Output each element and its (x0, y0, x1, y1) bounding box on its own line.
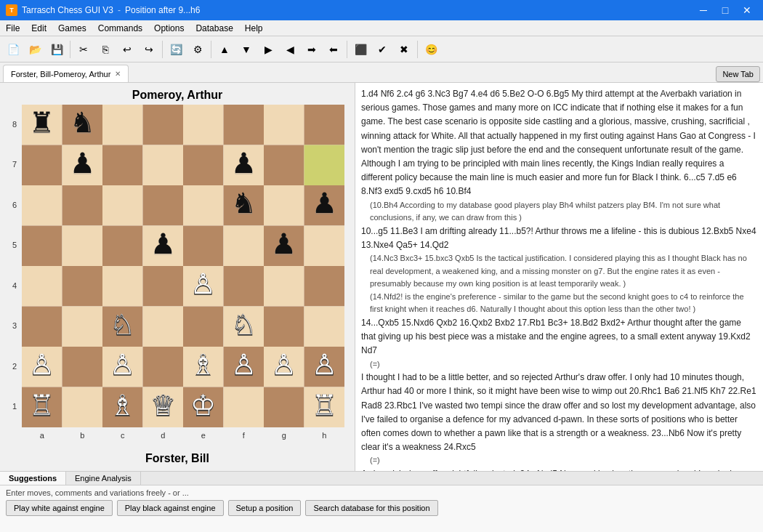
bottom-content: Enter moves, comments and variations fre… (0, 485, 763, 519)
move-text-panel[interactable]: 1.d4 Nf6 2.c4 g6 3.Nc3 Bg7 4.e4 d6 5.Be2… (355, 83, 763, 471)
toolbar-separator-1 (70, 41, 70, 58)
nav-up-button[interactable]: ▲ (214, 39, 235, 60)
nav-down-button[interactable]: ▼ (236, 39, 257, 60)
reject-button[interactable]: ✖ (394, 39, 414, 60)
tab-bar: Forster, Bill-Pomeroy, Arthur ✕ New Tab (0, 63, 763, 83)
tab-label: Forster, Bill-Pomeroy, Arthur (11, 70, 110, 78)
minimize-button[interactable]: ─ (693, 3, 714, 17)
tab-close-button[interactable]: ✕ (115, 70, 121, 78)
player-top-name: Pomeroy, Arthur (7, 89, 347, 102)
game-tab[interactable]: Forster, Bill-Pomeroy, Arthur ✕ (3, 65, 129, 82)
board-container (7, 105, 347, 449)
refresh-button[interactable]: 🔄 (166, 39, 186, 60)
title-bar: T Tarrasch Chess GUI V3 - Position after… (0, 0, 763, 20)
redo-button[interactable]: ↪ (139, 39, 159, 60)
app-icon: T (6, 4, 17, 16)
chess-board[interactable] (7, 105, 347, 449)
toolbar-separator-3 (211, 41, 211, 58)
nav-start-button[interactable]: ⬅ (323, 39, 344, 60)
menu-item-file[interactable]: File (0, 20, 25, 36)
player-bottom-name: Forster, Bill (7, 452, 347, 465)
bottom-prompt: Enter moves, comments and variations fre… (6, 488, 757, 497)
menu-bar: FileEditGamesCommandsOptionsDatabaseHelp (0, 20, 763, 36)
undo-button[interactable]: ↩ (117, 39, 137, 60)
setup-position-button[interactable]: Setup a position (228, 500, 302, 516)
stop-button[interactable]: ⬛ (350, 39, 371, 60)
main-area: Pomeroy, Arthur Forster, Bill 1.d4 Nf6 2… (0, 83, 763, 471)
play-black-button[interactable]: Play black against engine (117, 500, 224, 516)
position-text: Position after 9...h6 (125, 5, 200, 15)
accept-button[interactable]: ✔ (372, 39, 392, 60)
menu-item-commands[interactable]: Commands (92, 20, 148, 36)
settings-button[interactable]: ⚙ (187, 39, 208, 60)
suggestions-tab[interactable]: Suggestions (0, 472, 66, 485)
engine-analysis-tab[interactable]: Engine Analysis (66, 472, 141, 485)
menu-item-edit[interactable]: Edit (25, 20, 52, 36)
toolbar-separator-2 (162, 41, 163, 58)
cut-button[interactable]: ✂ (73, 39, 94, 60)
bottom-panel: Suggestions Engine Analysis Enter moves,… (0, 471, 763, 532)
bottom-tab-bar: Suggestions Engine Analysis (0, 472, 763, 485)
app-title: Tarrasch Chess GUI V3 (22, 5, 113, 15)
toolbar: 📄 📂 💾 ✂ ⎘ ↩ ↪ 🔄 ⚙ ▲ ▼ ▶ ◀ ➡ ⬅ ⬛ ✔ ✖ 😊 (0, 36, 763, 63)
nav-end-button[interactable]: ➡ (302, 39, 322, 60)
play-white-button[interactable]: Play white against engine (6, 500, 113, 516)
new-tab-button[interactable]: New Tab (716, 66, 760, 82)
toolbar-separator-5 (417, 41, 418, 58)
help-button[interactable]: 😊 (421, 39, 441, 60)
menu-item-database[interactable]: Database (190, 20, 238, 36)
toolbar-separator-4 (347, 41, 347, 58)
nav-back-button[interactable]: ◀ (280, 39, 300, 60)
open-button[interactable]: 📂 (25, 39, 45, 60)
menu-item-options[interactable]: Options (148, 20, 190, 36)
maximize-button[interactable]: □ (715, 3, 735, 17)
save-button[interactable]: 💾 (47, 39, 67, 60)
new-game-button[interactable]: 📄 (3, 39, 23, 60)
copy-button[interactable]: ⎘ (95, 39, 116, 60)
title-left: T Tarrasch Chess GUI V3 - Position after… (6, 4, 200, 16)
bottom-buttons: Play white against engine Play black aga… (6, 500, 757, 516)
window-controls: ─ □ ✕ (693, 3, 757, 17)
close-button[interactable]: ✕ (737, 3, 757, 17)
title-separator: - (118, 5, 121, 15)
menu-item-games[interactable]: Games (52, 20, 92, 36)
nav-forward-button[interactable]: ▶ (258, 39, 278, 60)
search-database-button[interactable]: Search database for this position (305, 500, 437, 516)
board-area: Pomeroy, Arthur Forster, Bill (0, 83, 355, 471)
menu-item-help[interactable]: Help (239, 20, 269, 36)
